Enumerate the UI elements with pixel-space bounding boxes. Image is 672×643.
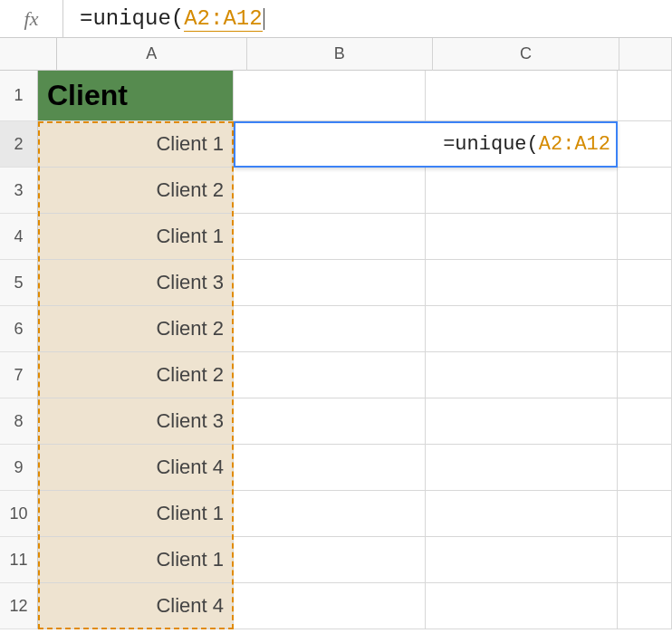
- formula-prefix: =unique(: [80, 6, 184, 31]
- cell-ext4[interactable]: [618, 214, 672, 260]
- col-header-ext[interactable]: [619, 38, 672, 71]
- cell-ext1[interactable]: [618, 71, 672, 121]
- cell-a4[interactable]: Client 1: [38, 214, 234, 260]
- row-header-7[interactable]: 7: [0, 352, 38, 398]
- cell-c12[interactable]: [426, 583, 618, 629]
- row-header-3[interactable]: 3: [0, 168, 38, 214]
- table-row: Client 1: [38, 491, 672, 537]
- row-header-10[interactable]: 10: [0, 491, 38, 537]
- table-row: Client 2: [38, 352, 672, 398]
- fx-icon[interactable]: fx: [0, 0, 63, 37]
- cell-b1[interactable]: [234, 71, 426, 121]
- table-row: Client 1: [38, 214, 672, 260]
- cell-c1[interactable]: [426, 71, 618, 121]
- active-cell-editor[interactable]: =unique(A2:A12: [234, 121, 618, 168]
- row-header-2[interactable]: 2: [0, 121, 38, 168]
- cell-c4[interactable]: [426, 214, 618, 260]
- cell-b10[interactable]: [234, 491, 426, 537]
- row-header-5[interactable]: 5: [0, 260, 38, 306]
- column-headers: A B C: [57, 38, 672, 71]
- cell-ext3[interactable]: [618, 168, 672, 214]
- cell-a9[interactable]: Client 4: [38, 445, 234, 491]
- cell-ext11[interactable]: [618, 537, 672, 583]
- cell-ext8[interactable]: [618, 398, 672, 445]
- cell-b6[interactable]: [234, 306, 426, 352]
- row-header-4[interactable]: 4: [0, 214, 38, 260]
- col-header-a[interactable]: A: [57, 38, 247, 71]
- table-row: Client 2: [38, 306, 672, 352]
- cell-a7[interactable]: Client 2: [38, 352, 234, 398]
- cell-a11[interactable]: Client 1: [38, 537, 234, 583]
- row-header-8[interactable]: 8: [0, 398, 38, 445]
- table-row: Client 4: [38, 445, 672, 491]
- cells-area: Client Client 1 Client 2 Client 1: [38, 71, 672, 629]
- table-row: Client 1: [38, 537, 672, 583]
- table-row: Client: [38, 71, 672, 121]
- formula-range-ref: A2:A12: [184, 6, 262, 32]
- row-header-1[interactable]: 1: [0, 71, 38, 121]
- cell-ext5[interactable]: [618, 260, 672, 306]
- cell-a6[interactable]: Client 2: [38, 306, 234, 352]
- cell-ext10[interactable]: [618, 491, 672, 537]
- cell-b9[interactable]: [234, 445, 426, 491]
- cell-b5[interactable]: [234, 260, 426, 306]
- cell-a8[interactable]: Client 3: [38, 398, 234, 445]
- cell-c3[interactable]: [426, 168, 618, 214]
- cell-c11[interactable]: [426, 537, 618, 583]
- cell-a10[interactable]: Client 1: [38, 491, 234, 537]
- cell-c7[interactable]: [426, 352, 618, 398]
- cell-b3[interactable]: [234, 168, 426, 214]
- cell-b11[interactable]: [234, 537, 426, 583]
- col-header-b[interactable]: B: [247, 38, 434, 71]
- cell-c9[interactable]: [426, 445, 618, 491]
- formula-input[interactable]: =unique(A2:A12: [63, 6, 264, 32]
- cell-c8[interactable]: [426, 398, 618, 445]
- select-all-corner[interactable]: [0, 38, 57, 71]
- row-header-12[interactable]: 12: [0, 583, 38, 629]
- cell-ext12[interactable]: [618, 583, 672, 629]
- cell-ext7[interactable]: [618, 352, 672, 398]
- row-header-9[interactable]: 9: [0, 445, 38, 491]
- active-cell-prefix: =unique(: [443, 133, 539, 156]
- table-row: Client 3: [38, 398, 672, 445]
- row-headers: 1 2 3 4 5 6 7 8 9 10 11 12: [0, 71, 38, 629]
- cell-a3[interactable]: Client 2: [38, 168, 234, 214]
- text-cursor: [264, 8, 264, 30]
- cell-b7[interactable]: [234, 352, 426, 398]
- cell-a1[interactable]: Client: [38, 71, 234, 121]
- cell-b12[interactable]: [234, 583, 426, 629]
- cell-ext9[interactable]: [618, 445, 672, 491]
- active-cell-range-ref: A2:A12: [539, 133, 610, 156]
- row-header-11[interactable]: 11: [0, 537, 38, 583]
- cell-c5[interactable]: [426, 260, 618, 306]
- spreadsheet-grid: A B C 1 2 3 4 5 6 7 8 9 10 11 12 Client: [0, 38, 672, 629]
- formula-bar: fx =unique(A2:A12: [0, 0, 672, 38]
- row-header-6[interactable]: 6: [0, 306, 38, 352]
- cell-b4[interactable]: [234, 214, 426, 260]
- cell-ext2[interactable]: [618, 121, 672, 168]
- cell-a12[interactable]: Client 4: [38, 583, 234, 629]
- col-header-c[interactable]: C: [433, 38, 619, 71]
- cell-c10[interactable]: [426, 491, 618, 537]
- table-row: Client 2: [38, 168, 672, 214]
- cell-b8[interactable]: [234, 398, 426, 445]
- cell-c6[interactable]: [426, 306, 618, 352]
- cell-ext6[interactable]: [618, 306, 672, 352]
- table-row: Client 4: [38, 583, 672, 629]
- cell-a2[interactable]: Client 1: [38, 121, 234, 168]
- table-row: Client 3: [38, 260, 672, 306]
- cell-a5[interactable]: Client 3: [38, 260, 234, 306]
